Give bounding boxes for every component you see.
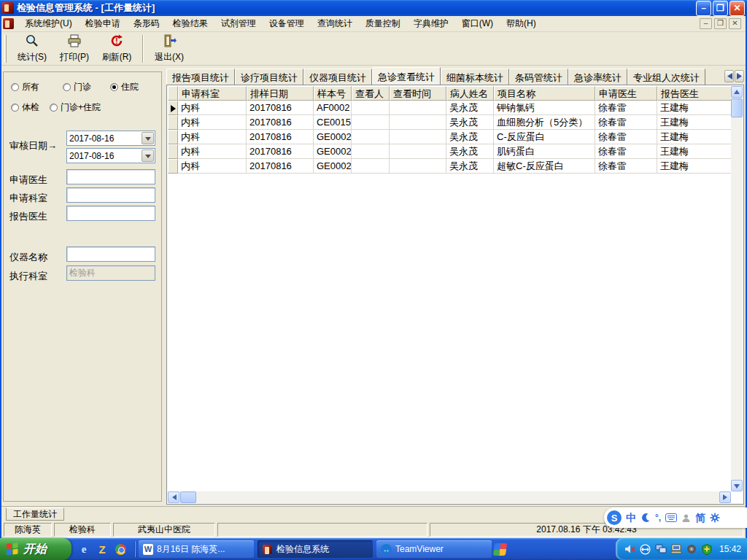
column-header-1[interactable]: 排样日期: [247, 86, 314, 101]
tab-6[interactable]: 急诊率统计: [568, 69, 627, 85]
close-button[interactable]: ✕: [729, 1, 745, 16]
report-doctor-input[interactable]: [66, 206, 155, 221]
taskbar-clock: 15:42: [719, 544, 741, 554]
scroll-up-icon[interactable]: [731, 86, 743, 98]
volume-muted-icon[interactable]: [624, 543, 636, 555]
menu-item-2[interactable]: 条形码: [127, 16, 166, 31]
refresh-label: 刷新(R): [102, 51, 132, 63]
menu-item-10[interactable]: 帮助(H): [500, 16, 543, 31]
mdi-restore-button[interactable]: ❐: [714, 18, 727, 29]
table-row[interactable]: 内科20170816AF0002吴永茂钾钠氯钙徐春雷王建梅: [168, 101, 731, 115]
print-button[interactable]: 打印(P): [53, 34, 96, 64]
audit-date-from-combo[interactable]: 2017-08-16: [66, 131, 155, 146]
task-button-lis[interactable]: 检验信息系统: [258, 540, 373, 558]
menu-item-0[interactable]: 系统维护(U): [18, 16, 79, 31]
ime-punctuation-toggle[interactable]: °,: [655, 513, 661, 522]
teamviewer-tray-icon[interactable]: [640, 543, 651, 555]
column-header-0[interactable]: 申请科室: [178, 86, 247, 101]
tab-3[interactable]: 急诊查看统计: [372, 67, 441, 85]
table-cell: 王建梅: [657, 130, 734, 144]
tab-7[interactable]: 专业组人次统计: [627, 69, 705, 85]
menu-item-6[interactable]: 查询统计: [311, 16, 359, 31]
audit-date-to-value: 2017-08-16: [67, 151, 142, 161]
column-header-3[interactable]: 查看人: [352, 86, 390, 101]
soft-keyboard-icon[interactable]: [665, 513, 677, 522]
refresh-button[interactable]: ! 刷新(R): [96, 34, 138, 64]
scroll-left-icon[interactable]: [168, 491, 179, 503]
ime-lang-toggle[interactable]: 中: [626, 513, 636, 523]
printer-icon: [67, 34, 82, 50]
menu-item-1[interactable]: 检验申请: [79, 16, 127, 31]
chrome-icon[interactable]: [114, 542, 127, 556]
menu-item-3[interactable]: 检验结果: [166, 16, 214, 31]
user-profile-icon[interactable]: [681, 513, 691, 523]
radio-option-4[interactable]: 门诊+住院: [50, 101, 101, 114]
menu-item-8[interactable]: 字典维护: [407, 16, 455, 31]
table-cell: [390, 144, 446, 159]
horizontal-scrollbar[interactable]: [168, 491, 731, 503]
tab-5[interactable]: 条码管统计: [509, 69, 568, 85]
column-header-2[interactable]: 样本号: [314, 86, 352, 101]
network-icon[interactable]: [655, 543, 667, 555]
table-row[interactable]: 内科20170816GE0002吴永茂超敏C-反应蛋白徐春雷王建梅: [168, 159, 731, 174]
radio-option-3[interactable]: 体检: [11, 101, 39, 114]
request-dept-input[interactable]: [66, 187, 155, 203]
column-header-5[interactable]: 病人姓名: [446, 86, 494, 101]
table-cell: 王建梅: [657, 115, 734, 130]
chevron-down-icon[interactable]: [142, 132, 154, 144]
toolbar-grip[interactable]: [4, 35, 7, 63]
tab-scroll-left-button[interactable]: [724, 70, 734, 82]
menu-item-7[interactable]: 质量控制: [359, 16, 407, 31]
remote-desktop-icon[interactable]: [670, 543, 682, 555]
menu-item-5[interactable]: 设备管理: [263, 16, 311, 31]
horizontal-scroll-thumb[interactable]: [180, 491, 196, 503]
instrument-name-input[interactable]: [66, 246, 155, 262]
table-cell: 超敏C-反应蛋白: [494, 159, 595, 174]
chevron-down-icon[interactable]: [142, 149, 154, 162]
tab-0[interactable]: 报告项目统计: [166, 69, 235, 85]
dock-tab-workload[interactable]: 工作量统计: [6, 508, 64, 521]
restore-button[interactable]: ❐: [713, 1, 728, 16]
table-row[interactable]: 内科20170816CE0015吴永茂血细胞分析（5分类）徐春雷王建梅: [168, 115, 731, 130]
gear-icon[interactable]: [710, 513, 720, 523]
task-button-teamviewer[interactable]: ↔ TeamViewer: [376, 540, 492, 558]
ime-simplified-toggle[interactable]: 简: [695, 513, 705, 523]
audit-date-to-combo[interactable]: 2017-08-16: [66, 148, 155, 163]
task-button-word-doc[interactable]: W 8月16日 陈海英...: [139, 540, 254, 558]
table-row[interactable]: 内科20170816GE0002吴永茂肌钙蛋白徐春雷王建梅: [168, 144, 731, 159]
ime-logo-icon[interactable]: S: [607, 510, 622, 525]
audit-date-from-value: 2017-08-16: [67, 133, 142, 144]
minimize-button[interactable]: –: [696, 1, 711, 16]
column-header-8[interactable]: 报告医生: [657, 86, 734, 101]
internet-explorer-icon[interactable]: e: [77, 542, 90, 556]
tab-4[interactable]: 细菌标本统计: [441, 69, 509, 85]
menu-item-4[interactable]: 试剂管理: [214, 16, 263, 31]
mdi-minimize-button[interactable]: –: [700, 18, 712, 29]
column-header-7[interactable]: 申请医生: [595, 86, 657, 101]
radio-option-1[interactable]: 门诊: [63, 81, 91, 93]
speaker-device-icon[interactable]: [686, 543, 697, 555]
task-label: TeamViewer: [395, 544, 444, 554]
mdi-close-button[interactable]: ✕: [729, 18, 741, 29]
exit-button[interactable]: 退出(X): [148, 34, 190, 64]
start-button[interactable]: 开始: [0, 538, 71, 560]
scroll-right-icon[interactable]: [719, 491, 731, 503]
column-header-6[interactable]: 项目名称: [494, 86, 595, 101]
table-row[interactable]: 内科20170816GE0002吴永茂C-反应蛋白徐春雷王建梅: [168, 130, 731, 144]
table-cell: 内科: [178, 115, 247, 130]
statistics-button[interactable]: 统计(S): [11, 34, 53, 64]
request-doctor-input[interactable]: [66, 169, 155, 184]
antivirus-shield-icon[interactable]: [701, 543, 713, 555]
vertical-scroll-thumb[interactable]: [731, 98, 743, 117]
radio-option-0[interactable]: 所有: [11, 81, 39, 93]
tab-1[interactable]: 诊疗项目统计: [235, 69, 303, 85]
vertical-scrollbar[interactable]: [731, 86, 743, 491]
menu-item-9[interactable]: 窗口(W): [455, 16, 500, 31]
moon-icon[interactable]: [640, 513, 651, 523]
sogou-input-icon[interactable]: [493, 543, 507, 556]
tab-2[interactable]: 仪器项目统计: [303, 69, 372, 85]
scroll-down-icon[interactable]: [731, 480, 743, 491]
column-header-4[interactable]: 查看时间: [390, 86, 446, 101]
quick-launch-z-icon[interactable]: Z: [96, 542, 109, 556]
tab-scroll-right-button[interactable]: [735, 70, 744, 82]
